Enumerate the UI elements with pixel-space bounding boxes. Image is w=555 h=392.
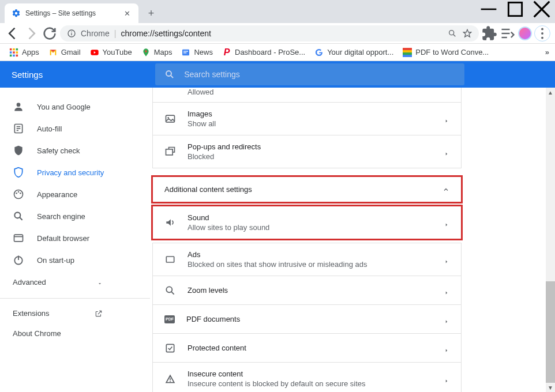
svg-rect-6 (71, 33, 72, 35)
sidebar-item-on-startup[interactable]: On start-up (0, 249, 150, 271)
svg-point-44 (18, 191, 20, 193)
sidebar-item-autofill[interactable]: Auto-fill (0, 118, 150, 140)
svg-rect-48 (14, 235, 23, 242)
shield-check-icon (13, 145, 24, 156)
close-window-button[interactable] (528, 0, 555, 18)
bookmark-maps[interactable]: Maps (138, 46, 176, 59)
svg-point-7 (449, 30, 454, 35)
reading-list-icon[interactable] (500, 25, 516, 42)
row-ads[interactable]: AdsBlocked on sites that show intrusive … (152, 243, 462, 276)
maximize-button[interactable] (502, 0, 528, 18)
svg-rect-60 (166, 257, 174, 262)
sidebar-item-appearance[interactable]: Appearance (0, 183, 150, 205)
minimize-button[interactable] (475, 0, 502, 18)
profile-avatar[interactable] (518, 27, 532, 40)
chevron-right-icon (444, 316, 449, 322)
close-tab-button[interactable]: ✕ (122, 9, 132, 18)
sidebar-extensions-link[interactable]: Extensions (0, 303, 115, 323)
chrome-menu-button[interactable] (534, 25, 550, 42)
svg-rect-66 (166, 344, 174, 352)
sidebar-about-link[interactable]: About Chrome (0, 323, 115, 344)
sidebar-item-safety-check[interactable]: Safety check (0, 140, 150, 161)
bookmarks-overflow-button[interactable]: » (545, 48, 549, 56)
scrollbar[interactable]: ▲ ▼ (546, 88, 555, 392)
chevron-right-icon (444, 288, 449, 293)
reload-button[interactable] (42, 25, 58, 42)
row-images[interactable]: ImagesShow all (152, 103, 462, 135)
row-pdf[interactable]: PDF PDF documents (152, 305, 462, 334)
zoom-icon (164, 285, 176, 296)
svg-rect-21 (16, 51, 18, 54)
svg-point-46 (14, 212, 20, 218)
chevron-right-icon (444, 257, 449, 262)
svg-rect-68 (170, 378, 171, 380)
bookmark-pinterest[interactable]: PDashboard - ProSe... (219, 46, 309, 59)
search-icon (164, 69, 175, 80)
pinterest-icon: P (222, 48, 231, 57)
site-info-icon[interactable] (67, 29, 76, 38)
scroll-up-arrow[interactable]: ▲ (546, 88, 555, 97)
svg-rect-57 (166, 149, 173, 155)
sidebar-advanced-toggle[interactable]: Advanced (0, 271, 115, 293)
svg-point-15 (541, 36, 543, 39)
scroll-down-arrow[interactable]: ▼ (546, 383, 555, 392)
bookmark-google[interactable]: Your digital opport... (311, 46, 397, 59)
back-button[interactable] (5, 25, 21, 42)
svg-rect-23 (13, 54, 15, 56)
sidebar-item-default-browser[interactable]: Default browser (0, 227, 150, 249)
section-additional-content[interactable]: Additional content settings (152, 176, 462, 202)
row-popups[interactable]: Pop-ups and redirectsBlocked (152, 135, 462, 168)
sidebar-item-privacy-security[interactable]: Privacy and security (0, 161, 150, 183)
chevron-right-icon (444, 116, 449, 122)
browser-icon (13, 232, 24, 244)
search-placeholder: Search settings (184, 70, 240, 79)
person-icon (13, 101, 24, 112)
svg-point-35 (166, 71, 171, 76)
page-title: Settings (12, 70, 43, 80)
extensions-icon[interactable] (481, 25, 497, 42)
news-icon (181, 48, 190, 57)
chevron-right-icon (444, 345, 449, 351)
image-icon (164, 113, 176, 125)
scroll-thumb[interactable] (546, 281, 555, 383)
divider (0, 298, 150, 299)
url-text: chrome://settings/content (121, 29, 211, 38)
svg-point-62 (166, 287, 172, 292)
row-protected[interactable]: Protected content (152, 334, 462, 363)
row-zoom[interactable]: Zoom levels (152, 276, 462, 305)
bookmark-news[interactable]: News (178, 46, 216, 59)
svg-point-27 (145, 50, 147, 52)
svg-rect-29 (183, 51, 188, 51)
svg-rect-54 (166, 115, 175, 122)
bookmark-star-icon[interactable] (463, 29, 472, 38)
browser-tab[interactable]: Settings – Site settings ✕ (5, 3, 138, 23)
ads-icon (164, 254, 176, 265)
svg-point-5 (71, 31, 72, 32)
address-bar[interactable]: Chrome | chrome://settings/content (60, 25, 479, 42)
svg-rect-19 (10, 51, 12, 54)
bookmark-gmail[interactable]: Gmail (45, 46, 84, 59)
bookmark-youtube[interactable]: YouTube (87, 46, 136, 59)
new-tab-button[interactable]: + (143, 5, 159, 21)
settings-sidebar: You and Google Auto-fill Safety check Pr… (0, 88, 150, 392)
forward-button[interactable] (23, 25, 39, 42)
svg-point-13 (541, 28, 543, 30)
svg-rect-16 (10, 48, 12, 50)
search-icon (13, 210, 24, 222)
row-sound[interactable]: SoundAllow sites to play sound (152, 206, 462, 239)
bookmark-pdf[interactable]: PDF to Word Conve... (399, 46, 492, 59)
youtube-icon (90, 48, 99, 57)
svg-rect-69 (170, 381, 171, 382)
google-icon (314, 48, 324, 57)
chevron-down-icon (97, 280, 103, 285)
bookmark-apps[interactable]: Apps (6, 46, 43, 59)
rainbow-icon (403, 48, 412, 57)
svg-rect-34 (403, 55, 412, 57)
row-insecure[interactable]: Insecure contentInsecure content is bloc… (152, 363, 462, 392)
search-settings-input[interactable]: Search settings (155, 63, 464, 85)
svg-point-14 (541, 32, 543, 35)
svg-marker-64 (446, 291, 448, 294)
sidebar-item-you-and-google[interactable]: You and Google (0, 96, 150, 118)
search-icon[interactable] (448, 29, 457, 38)
sidebar-item-search-engine[interactable]: Search engine (0, 205, 150, 227)
